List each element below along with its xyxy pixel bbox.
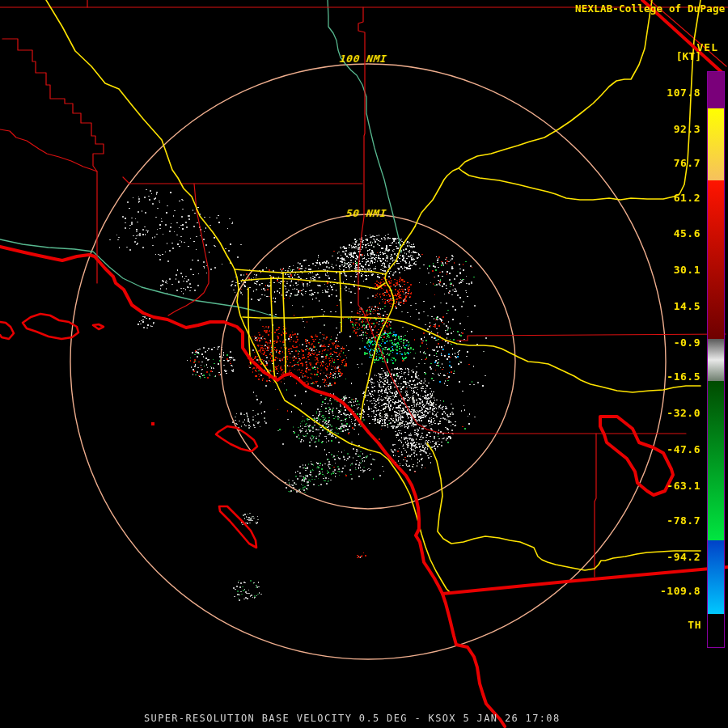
colorbar-tick-label: 30.1	[674, 264, 700, 276]
radar-map-canvas[interactable]	[0, 0, 728, 728]
colorbar-tick-label: 45.6	[674, 227, 700, 239]
colorbar-segment	[708, 180, 724, 339]
colorbar-segment	[708, 614, 724, 647]
colorbar-tick-label: -63.1	[667, 480, 700, 492]
range-ring-label-50nmi: 50 NMI	[345, 207, 387, 219]
product-caption: SUPER-RESOLUTION BASE VELOCITY 0.5 DEG -…	[144, 713, 560, 724]
colorbar-tick-label: 107.8	[667, 87, 700, 99]
colorbar-tick-label: -94.2	[667, 551, 700, 563]
colorbar-tick-label: -78.7	[667, 514, 700, 527]
colorbar-units: [KT]	[676, 50, 701, 62]
header-title: NEXLAB-College of DuPage	[575, 2, 725, 15]
colorbar-tick-label: -32.0	[667, 407, 700, 419]
velocity-colorbar	[707, 71, 725, 648]
colorbar-tick-label: -109.8	[660, 585, 700, 597]
radar-viewer: NEXLAB-College of DuPage ↖ VEL [KT] 107.…	[0, 0, 728, 728]
colorbar-tick-label: 14.5	[674, 300, 700, 312]
colorbar-segment	[708, 72, 724, 108]
header: NEXLAB-College of DuPage ↖	[575, 2, 728, 15]
colorbar-segment	[708, 108, 724, 180]
colorbar-segment	[708, 540, 724, 614]
colorbar-tick-label: 61.2	[674, 192, 700, 204]
colorbar-tick-label: 76.7	[674, 157, 700, 169]
colorbar-tick-label: -16.5	[667, 370, 700, 383]
colorbar-tick-label: -47.6	[667, 443, 700, 455]
colorbar-th-label: TH	[688, 619, 701, 631]
colorbar-segment	[708, 339, 724, 381]
range-ring-label-100nmi: 100 NMI	[339, 53, 387, 65]
colorbar-tick-label: 92.3	[674, 123, 700, 135]
colorbar-tick-label: -0.9	[674, 336, 700, 349]
colorbar-segment	[708, 381, 724, 540]
